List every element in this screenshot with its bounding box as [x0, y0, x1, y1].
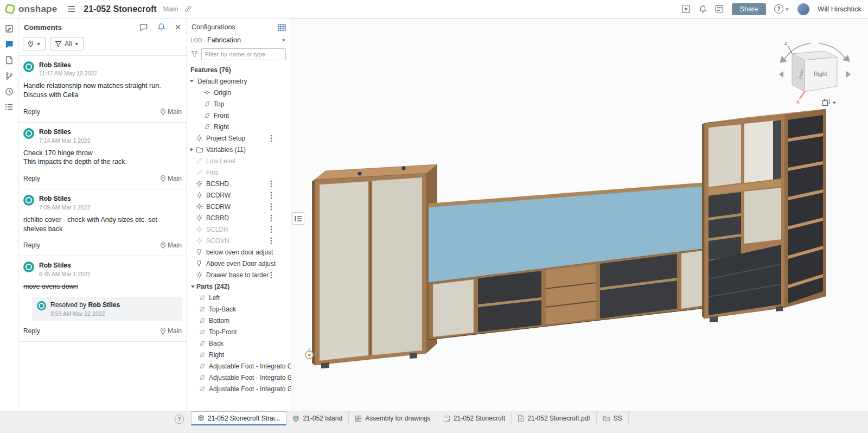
feature-item[interactable]: Variables (11): [187, 144, 291, 155]
link-icon[interactable]: [184, 5, 192, 13]
feature-item[interactable]: Drawer base to larder: [187, 269, 291, 281]
comment-mode-icon[interactable]: [139, 23, 148, 31]
pin-icon: [160, 108, 166, 116]
document-tab-partstudio[interactable]: 21-052 Island: [286, 411, 349, 425]
feature-list-toggle[interactable]: [292, 212, 304, 225]
notifications-icon[interactable]: [699, 5, 707, 14]
kebab-menu-icon[interactable]: [270, 237, 272, 245]
comment-timestamp: 7:09 AM Mar 1 2022: [39, 204, 91, 211]
part-item[interactable]: Back: [187, 338, 291, 349]
lod-label: LOD: [191, 37, 205, 43]
comment-location[interactable]: Main: [160, 327, 182, 335]
rotate-left-arrow[interactable]: [779, 71, 783, 78]
part-icon: [199, 385, 207, 392]
graphics-viewport[interactable]: Right Front Z X: [291, 18, 868, 411]
feature-label: Right: [214, 123, 229, 131]
feature-item[interactable]: Fins: [187, 167, 291, 178]
lod-select[interactable]: LOD Fabrication: [187, 35, 291, 47]
kebab-menu-icon[interactable]: [270, 214, 272, 222]
display-options-button[interactable]: [822, 98, 837, 106]
feature-item[interactable]: BCBRD: [187, 212, 291, 224]
versions-icon[interactable]: [5, 56, 13, 65]
tab-label: 21-052 Stonecroft: [454, 415, 505, 422]
feature-item[interactable]: Top: [187, 98, 291, 110]
part-label: Adjustable Foot - Integrato G: [209, 385, 291, 393]
left-cabinet[interactable]: [312, 164, 437, 368]
kebab-menu-icon[interactable]: [270, 135, 272, 142]
comment-body: Handle relationship now matches straight…: [23, 81, 182, 100]
kebab-menu-icon[interactable]: [270, 203, 272, 211]
kebab-menu-icon[interactable]: [270, 180, 272, 188]
view-cube[interactable]: Right Front Z X: [777, 37, 853, 113]
onshape-logo[interactable]: onshape: [5, 4, 57, 15]
reply-link[interactable]: Reply: [23, 241, 40, 249]
rotate-right-arrow[interactable]: [846, 71, 851, 78]
feature-item[interactable]: BCSHD: [187, 178, 291, 189]
bottombar-help-icon[interactable]: ?: [175, 415, 184, 424]
comment-location[interactable]: Main: [160, 175, 182, 182]
workspace-name[interactable]: Main: [163, 5, 178, 13]
part-item[interactable]: Adjustable Foot - Integrato G: [187, 383, 291, 394]
avatar: [23, 61, 34, 72]
history-icon[interactable]: [5, 87, 14, 96]
kebab-menu-icon[interactable]: [270, 192, 272, 199]
avatar: [23, 195, 34, 206]
menu-icon[interactable]: [67, 4, 76, 14]
share-button[interactable]: Share: [732, 3, 766, 15]
comments-icon[interactable]: [5, 40, 14, 49]
part-label: Top-Back: [209, 305, 236, 313]
reply-link[interactable]: Reply: [23, 327, 40, 335]
notifications-on-icon[interactable]: [157, 23, 165, 31]
reply-link[interactable]: Reply: [23, 108, 40, 116]
chevron-right-icon[interactable]: [189, 147, 196, 152]
feature-item[interactable]: Origin: [187, 87, 291, 98]
outline-icon[interactable]: [5, 103, 14, 111]
part-icon: [199, 374, 207, 381]
reply-link[interactable]: Reply: [23, 175, 40, 182]
feature-item[interactable]: BCDRW: [187, 189, 291, 201]
feature-item[interactable]: Above oven Door adjust: [187, 258, 291, 269]
notes-icon[interactable]: [5, 24, 14, 33]
document-tab-assembly[interactable]: Assembly for drawings: [349, 411, 437, 425]
kebab-menu-icon[interactable]: [270, 271, 272, 279]
feature-item[interactable]: Default geometry: [187, 75, 291, 87]
feature-item[interactable]: Front: [187, 110, 291, 121]
scope-filter-button[interactable]: All: [50, 37, 84, 50]
document-tab-drawing[interactable]: 21-052 Stonecroft: [437, 411, 512, 425]
feature-item[interactable]: Low Level: [187, 155, 291, 167]
feature-item[interactable]: SCOVN: [187, 235, 291, 246]
feature-item[interactable]: Project Setup: [187, 132, 291, 144]
part-item[interactable]: Adjustable Foot - Integrato G: [187, 372, 291, 383]
feature-item[interactable]: Right: [187, 121, 291, 132]
chevron-down-icon[interactable]: [189, 79, 196, 84]
feature-label: BCBRD: [206, 214, 229, 222]
branch-icon[interactable]: [5, 72, 13, 80]
part-item[interactable]: Bottom: [187, 315, 291, 326]
document-tab-partstudio[interactable]: 21-052 Stonecroft Strai...: [191, 411, 286, 425]
comment-author: Rob Stiles: [39, 262, 91, 269]
help-menu[interactable]: ?: [774, 4, 789, 14]
feature-item[interactable]: below oven door adjust: [187, 246, 291, 258]
feature-filter-input[interactable]: [201, 48, 286, 60]
parts-header[interactable]: Parts (242): [187, 281, 291, 292]
part-item[interactable]: Top-Back: [187, 303, 291, 315]
feature-item[interactable]: BCDRW: [187, 201, 291, 212]
part-item[interactable]: Top-Front: [187, 326, 291, 338]
whats-new-icon[interactable]: [681, 4, 691, 14]
comment-location[interactable]: Main: [160, 108, 182, 116]
part-item[interactable]: Right: [187, 349, 291, 360]
part-item[interactable]: Left: [187, 292, 291, 303]
feature-item[interactable]: SCLDR: [187, 224, 291, 235]
comment-location[interactable]: Main: [160, 241, 182, 249]
location-filter-button[interactable]: [23, 37, 46, 50]
kebab-menu-icon[interactable]: [270, 226, 272, 233]
avatar[interactable]: [797, 3, 809, 15]
feature-label: Default geometry: [197, 78, 247, 85]
document-tab-folder[interactable]: SS: [597, 411, 629, 425]
close-icon[interactable]: [175, 24, 181, 30]
config-table-icon[interactable]: [278, 24, 286, 31]
document-tab-pdf[interactable]: 21-052 Stonecroft.pdf: [512, 411, 596, 425]
right-cabinet[interactable]: [702, 109, 826, 322]
part-item[interactable]: Adjustable Foot - Integrato G: [187, 360, 291, 372]
learning-icon[interactable]: [715, 5, 724, 13]
